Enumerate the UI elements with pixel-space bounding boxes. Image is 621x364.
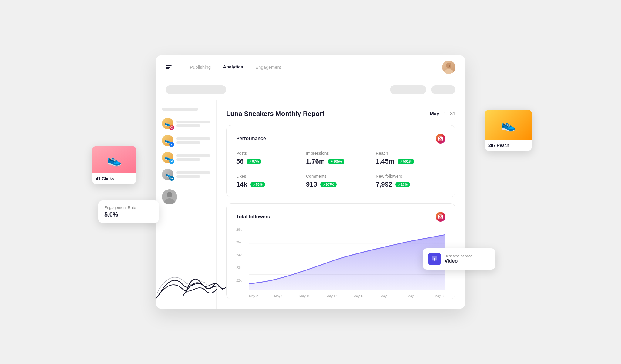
svg-point-14 [441,137,442,138]
svg-point-10 [167,192,172,197]
chart-header: Total followers [236,212,445,222]
perf-header: Performance [236,134,445,144]
y-label-24k: 24k [236,253,246,257]
metric-followers-badge: 20% [395,182,410,187]
svg-point-16 [440,216,442,218]
bottom-doodle [153,268,220,303]
report-title: Luna Sneakers Monthly Report [226,110,324,118]
metric-comments: Comments 913 107% [306,174,376,188]
performance-card: Performance Posts [226,125,455,197]
metric-reach: Reach 1.45m 501% [376,151,445,165]
main-content: Luna Sneakers Monthly Report May · 1– 31… [217,100,465,309]
metric-comments-badge: 107% [320,182,337,187]
chart-x-axis: May 2 May 6 May 10 May 14 May 18 May 22 … [249,292,445,298]
metric-reach-label: Reach [376,151,445,156]
metric-posts-value: 56 [236,157,243,165]
metric-posts: Posts 56 87% [236,151,306,165]
filter-skeleton-row [156,79,465,100]
twitter-badge [169,159,174,164]
engagement-rate-value: 5.0% [104,211,153,218]
best-post-icon [428,253,441,265]
metric-reach-badge: 501% [398,159,414,164]
skeleton-pill-2 [390,85,426,94]
instagram-icon-perf [436,134,445,144]
facebook-badge [169,142,174,147]
sidebar-skeleton [162,108,198,111]
skeleton-pill-1 [166,85,226,94]
x-label-may18: May 18 [353,294,364,298]
chart-title: Total followers [236,214,270,220]
svg-rect-12 [438,137,442,141]
svg-point-7 [172,127,172,127]
y-label-23k: 23k [236,266,246,270]
sidebar-account-twitter[interactable]: 👟 [162,152,210,163]
sidebar-account-linkedin[interactable]: 👟 [162,169,210,180]
metric-comments-label: Comments [306,174,376,179]
svg-point-13 [440,138,442,140]
x-label-may6: May 6 [274,294,283,298]
svg-rect-15 [438,215,442,219]
svg-point-17 [441,216,442,216]
svg-point-3 [448,65,448,65]
logo-icon[interactable] [166,65,172,69]
reach-label: 287 Reach [485,140,532,151]
followers-chart-card: Total followers 26k 25k [226,203,455,299]
sidebar-user-row [162,189,210,204]
report-range: · 1– 31 [441,111,455,116]
best-post-label: Best type of post [445,254,472,258]
engagement-rate-label: Engagement Rate [104,205,153,210]
chart-y-axis: 26k 25k 24k 23k 22k [236,228,246,282]
sidebar-user-avatar [162,189,177,204]
metric-impressions-label: Impressions [306,151,376,156]
best-post-value: Video [445,258,472,264]
sidebar-avatar-instagram: 👟 [162,118,173,129]
floating-engagement-card: Engagement Rate 5.0% [98,200,159,223]
sidebar-avatar-twitter: 👟 [162,152,173,163]
instagram-icon-chart [436,212,445,222]
metric-followers-value: 7,992 [376,180,392,188]
metric-posts-label: Posts [236,151,306,156]
x-label-may2: May 2 [249,294,258,298]
y-label-22k: 22k [236,279,246,282]
metric-likes: Likes 14k 58% [236,174,306,188]
y-label-26k: 26k [236,228,246,231]
metric-impressions-value: 1.76m [306,157,325,165]
metric-posts-badge: 87% [247,159,261,164]
clicks-image: 👟 [92,146,136,173]
svg-point-4 [449,65,450,65]
report-month: May [430,111,439,116]
metric-impressions: Impressions 1.76m 305% [306,151,376,165]
page-wrapper: Publishing Analytics Engagement [129,55,492,309]
chart-with-labels: 26k 25k 24k 23k 22k [236,228,445,290]
metric-likes-label: Likes [236,174,306,179]
svg-rect-5 [171,127,173,129]
svg-point-2 [446,63,451,68]
floating-best-post-card: Best type of post Video [423,248,495,270]
top-nav: Publishing Analytics Engagement [156,55,465,79]
reach-text: Reach [497,143,509,148]
report-header: Luna Sneakers Monthly Report May · 1– 31 [226,110,455,118]
x-label-may10: May 10 [299,294,310,298]
nav-analytics[interactable]: Analytics [223,63,243,71]
nav-engagement[interactable]: Engagement [255,63,281,71]
metric-followers-label: New followers [376,174,445,179]
instagram-badge [169,125,174,130]
floating-reach-card: 👟 287 Reach [485,110,532,151]
x-label-may22: May 22 [381,294,391,298]
skeleton-pill-3 [431,85,455,94]
metric-reach-value: 1.45m [376,157,394,165]
sidebar-avatar-facebook: 👟 [162,135,173,146]
metric-likes-value: 14k [236,180,247,188]
nav-publishing[interactable]: Publishing [190,63,211,71]
report-date: May · 1– 31 [430,111,455,117]
linkedin-badge [169,176,174,181]
metric-likes-badge: 58% [250,182,265,187]
sidebar-account-instagram[interactable]: 👟 [162,118,210,129]
sidebar-account-facebook[interactable]: 👟 [162,135,210,146]
floating-clicks-card: 👟 41 Clicks [92,146,136,184]
avatar[interactable] [442,61,455,74]
x-label-may14: May 14 [326,294,337,298]
chart-area: May 2 May 6 May 10 May 14 May 18 May 22 … [249,228,445,290]
clicks-label: 41 Clicks [92,173,136,184]
x-label-may26: May 26 [408,294,418,298]
